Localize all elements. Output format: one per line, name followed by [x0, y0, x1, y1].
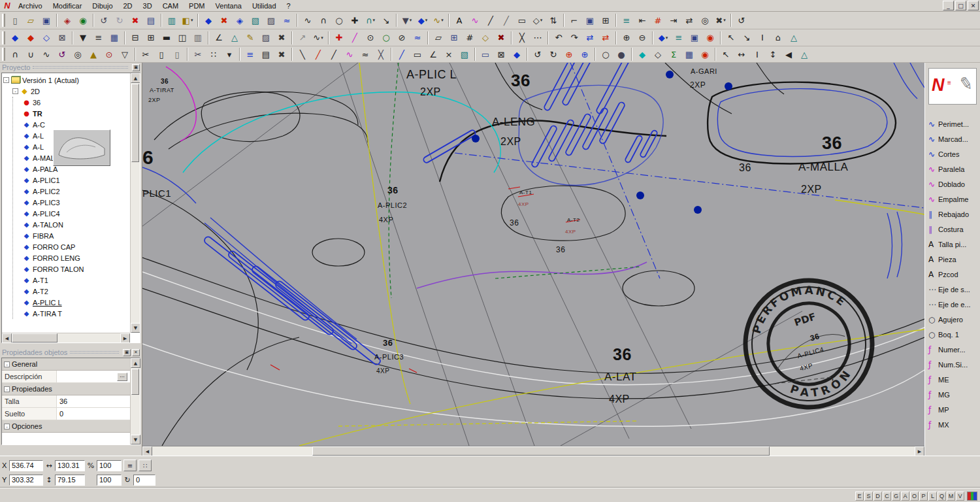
toolbar-button[interactable]: ↺ — [734, 13, 749, 27]
toolbar-button[interactable]: ◉ — [75, 13, 91, 27]
tree-item[interactable]: ◆A-C — [13, 119, 130, 130]
toolbar-button[interactable]: A — [451, 13, 467, 27]
menu-ventana[interactable]: Ventana — [210, 1, 247, 11]
toolbar-button[interactable]: ⇄ — [598, 31, 613, 45]
toolbar-button[interactable]: ⌐ — [566, 13, 582, 27]
toolbar-button[interactable]: ▭ — [514, 13, 530, 27]
panel-grip[interactable] — [70, 351, 119, 354]
status-letter[interactable]: Q — [938, 492, 946, 501]
toolbar-button[interactable]: ∿▾ — [431, 13, 446, 27]
toolbar-button[interactable]: ↘ — [739, 31, 755, 45]
toolbar-button[interactable]: ✂ — [190, 47, 206, 61]
suelto-value[interactable]: 0 — [57, 408, 130, 420]
toolbar-button[interactable]: ↕ — [765, 47, 781, 61]
tree-vertical-scrollbar[interactable]: ▲ ▼ — [130, 73, 140, 333]
status-letter[interactable]: E — [855, 492, 864, 501]
toolbar-button[interactable]: ↖ — [718, 47, 734, 61]
scrollbar-thumb[interactable] — [131, 369, 139, 395]
maximize-button[interactable]: □ — [955, 1, 966, 10]
tool-agujero[interactable]: ○Agujero — [925, 312, 980, 327]
toolbar-button[interactable]: ▱ — [23, 13, 39, 27]
toolbar-button[interactable]: ○ — [598, 47, 613, 61]
status-letter[interactable]: D — [874, 492, 882, 501]
toolbar-button[interactable]: ≡ — [91, 31, 106, 45]
toolbar-button[interactable]: ▧ — [457, 47, 472, 61]
toolbar-button[interactable]: ▨ — [263, 13, 279, 27]
toolbar-button[interactable]: ∿ — [300, 13, 316, 27]
tool-empalme[interactable]: ∿Empalme — [925, 192, 980, 207]
toolbar-button[interactable]: ▦ — [106, 31, 122, 45]
toolbar-button[interactable]: △ — [227, 31, 242, 45]
collapse-icon[interactable]: - — [4, 361, 10, 367]
toolbar-button[interactable]: ∿ — [467, 13, 483, 27]
cad-viewport[interactable]: PERFOMANCE PATRÓN PDF 36A-TIRAT2XPA-PLIC… — [142, 63, 924, 446]
toolbar-button[interactable]: ◧▾ — [180, 13, 195, 27]
section-propiedades[interactable]: - Propiedades — [2, 383, 130, 395]
toolbar-button[interactable]: ⋯ — [530, 31, 546, 45]
toolbar-button[interactable]: △ — [786, 31, 802, 45]
tree-item[interactable]: ◆FORRO LENG — [13, 252, 130, 263]
toolbar-button[interactable]: ◇▾ — [530, 13, 546, 27]
toolbar-button[interactable]: I — [749, 47, 765, 61]
tree-item[interactable]: ◆A-T2 — [13, 286, 130, 297]
section-opciones[interactable]: - Opciones — [2, 420, 130, 433]
toolbar-button[interactable]: ● — [613, 47, 629, 61]
toolbar-button[interactable]: ⊙ — [101, 47, 117, 61]
tool-perimet[interactable]: ∿Perimet... — [925, 116, 980, 131]
toolbar-button[interactable]: ○ — [378, 31, 394, 45]
toolbar-button[interactable]: ▼▾ — [399, 13, 415, 27]
status-corner-icon[interactable] — [967, 492, 977, 501]
toolbar-button[interactable]: ╳ — [514, 31, 530, 45]
drawing-canvas[interactable]: PERFOMANCE PATRÓN PDF 36A-TIRAT2XPA-PLIC… — [142, 63, 924, 456]
toolbar-button[interactable]: ↺ — [530, 47, 546, 61]
toolbar-button[interactable]: ◇ — [478, 31, 493, 45]
tree-item[interactable]: ◆A-TALON — [13, 219, 130, 230]
toolbar-button[interactable]: ∿ — [39, 47, 54, 61]
talla-value[interactable]: 36 — [57, 395, 130, 407]
y-coordinate-field[interactable]: 303.32 — [9, 475, 43, 486]
toolbar-button[interactable]: ◈ — [59, 13, 75, 27]
toolbar-button[interactable]: ∿ — [342, 47, 357, 61]
menu-dibujo[interactable]: Dibujo — [87, 1, 118, 11]
toolbar-button[interactable]: ↖ — [723, 31, 739, 45]
toolbar-button[interactable]: ╱ — [310, 47, 326, 61]
toolbar-button[interactable]: ✖▾ — [713, 13, 728, 27]
properties-scrollbar[interactable]: ▲ ▼ — [130, 358, 140, 444]
toolbar-button[interactable]: ⊘ — [394, 31, 410, 45]
toolbar-button[interactable]: ↺ — [54, 47, 70, 61]
toolbar-button[interactable]: ╱ — [498, 13, 514, 27]
scroll-right-icon[interactable]: ▶ — [915, 446, 924, 456]
tree-item[interactable]: ◆A-PLIC2 — [13, 186, 130, 197]
toolbar-button[interactable]: ▬ — [159, 31, 174, 45]
toolbar-button[interactable]: ⊠ — [54, 31, 70, 45]
toolbar-grip[interactable] — [2, 48, 5, 61]
toolbar-button[interactable]: ✖ — [127, 13, 143, 27]
scroll-up-icon[interactable]: ▲ — [131, 358, 140, 368]
tree-item[interactable]: ◆FIBRA — [13, 230, 130, 241]
toolbar-button[interactable]: ↔ — [734, 47, 749, 61]
width-field[interactable]: 130.31 — [55, 460, 85, 471]
toolbar-button[interactable]: ↻ — [112, 13, 127, 27]
minimize-button[interactable]: _ — [943, 1, 954, 10]
menu-pdm[interactable]: PDM — [184, 1, 210, 11]
toolbar-button[interactable]: # — [650, 13, 666, 27]
toolbar-button[interactable]: ◆▾ — [655, 31, 671, 45]
toolbar-button[interactable]: ▯ — [7, 13, 23, 27]
tool-doblado[interactable]: ∿Doblado — [925, 176, 980, 192]
collapse-icon[interactable]: - — [12, 88, 18, 94]
toolbar-button[interactable]: ∩ — [316, 13, 331, 27]
status-letter[interactable]: A — [901, 492, 909, 501]
scroll-left-icon[interactable]: ◀ — [2, 333, 12, 343]
toolbar-button[interactable]: ⇄ — [681, 13, 697, 27]
browse-button[interactable]: ... — [117, 373, 127, 381]
status-letter[interactable]: M — [947, 492, 955, 501]
toolbar-button[interactable]: ▤ — [143, 13, 159, 27]
toolbar-grip[interactable] — [2, 14, 5, 27]
toolbar-button[interactable]: ⇥ — [666, 13, 681, 27]
toolbar-button[interactable]: ▱ — [431, 31, 446, 45]
toolbar-button[interactable]: ⊕ — [561, 47, 577, 61]
status-letter[interactable]: L — [928, 492, 937, 501]
toolbar-button[interactable]: ◆ — [509, 47, 525, 61]
scroll-right-icon[interactable]: ▶ — [120, 333, 130, 343]
toolbar-button[interactable]: ▦ — [681, 47, 697, 61]
